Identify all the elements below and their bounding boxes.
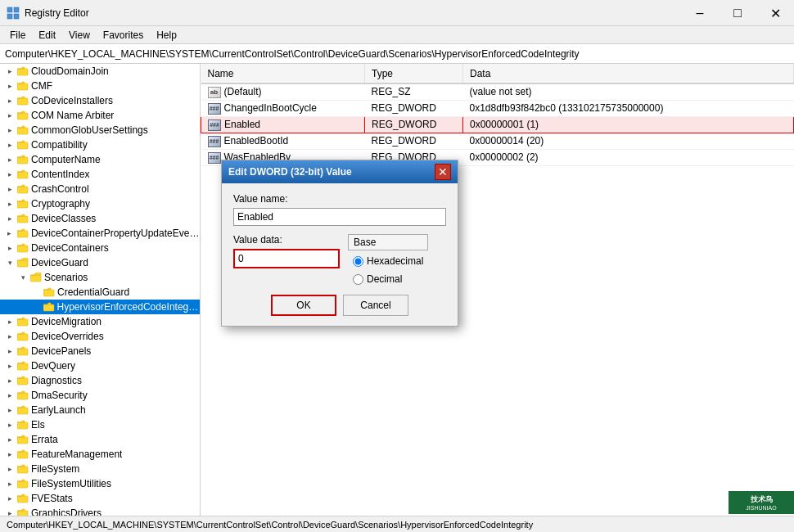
expand-icon-Els[interactable]: ▸ — [3, 418, 16, 431]
tree-item-Diagnostics[interactable]: ▸ Diagnostics — [0, 373, 200, 388]
expand-icon-Compatibility[interactable]: ▸ — [3, 138, 16, 151]
svg-rect-29 — [17, 437, 28, 444]
tree-item-DeviceOverrides[interactable]: ▸ DeviceOverrides — [0, 329, 200, 344]
expand-icon-DevQuery[interactable]: ▸ — [3, 359, 16, 372]
tree-item-Errata[interactable]: ▸ Errata — [0, 432, 200, 447]
cell-data-2: 0x00000001 (1) — [463, 116, 794, 133]
tree-item-FileSystem[interactable]: ▸ FileSystem — [0, 462, 200, 476]
value-data-input[interactable] — [233, 249, 340, 268]
expand-icon-Cryptography[interactable]: ▸ — [3, 197, 16, 210]
tree-item-CredentialGuard[interactable]: CredentialGuard — [0, 285, 200, 300]
tree-label-FileSystem: FileSystem — [31, 463, 79, 475]
hexadecimal-radio-label[interactable]: Hexadecimal — [348, 254, 428, 268]
expand-icon-ContentIndex[interactable]: ▸ — [3, 168, 16, 181]
tree-item-DeviceGuard[interactable]: ▾ DeviceGuard — [0, 255, 200, 270]
tree-item-CommonGlobUserSettings[interactable]: ▸ CommonGlobUserSettings — [0, 123, 200, 138]
expand-icon-CoDeviceInstallers[interactable]: ▸ — [3, 94, 16, 107]
tree-item-DeviceClasses[interactable]: ▸ DeviceClasses — [0, 211, 200, 226]
tree-label-ComputerName: ComputerName — [31, 154, 101, 165]
tree-item-FileSystemUtilities[interactable]: ▸ FileSystemUtilities — [0, 476, 200, 491]
tree-item-CloudDomainJoin[interactable]: ▸ CloudDomainJoin — [0, 64, 200, 79]
tree-item-GraphicsDrivers[interactable]: ▸ GraphicsDrivers — [0, 506, 200, 516]
folder-icon-FVEStats — [16, 492, 29, 505]
expand-icon-CommonGlobUserSettings[interactable]: ▸ — [3, 124, 16, 137]
tree-label-Scenarios: Scenarios — [44, 272, 88, 283]
expand-icon-DeviceOverrides[interactable]: ▸ — [3, 330, 16, 343]
tree-item-DeviceContainerPropertyUpdateEvents[interactable]: ▸ DeviceContainerPropertyUpdateEvents — [0, 226, 200, 241]
menu-view[interactable]: View — [62, 28, 97, 43]
expand-icon-CMF[interactable]: ▸ — [3, 79, 16, 92]
tree-item-ContentIndex[interactable]: ▸ ContentIndex — [0, 167, 200, 182]
table-row[interactable]: ab(Default)REG_SZ(value not set) — [201, 83, 794, 100]
folder-icon-CMF — [16, 79, 29, 92]
cancel-button[interactable]: Cancel — [343, 295, 408, 316]
expand-icon-DevicePanels[interactable]: ▸ — [3, 345, 16, 358]
expand-icon-DeviceClasses[interactable]: ▸ — [3, 212, 16, 225]
tree-item-CoDeviceInstallers[interactable]: ▸ CoDeviceInstallers — [0, 93, 200, 108]
svg-rect-0 — [7, 7, 12, 12]
expand-icon-EarlyLaunch[interactable]: ▸ — [3, 404, 16, 417]
tree-item-Scenarios[interactable]: ▾ Scenarios — [0, 270, 200, 285]
menu-file[interactable]: File — [3, 28, 32, 43]
decimal-radio[interactable] — [353, 274, 363, 285]
expand-icon-GraphicsDrivers[interactable]: ▸ — [3, 507, 16, 516]
expand-icon-DmaSecurity[interactable]: ▸ — [3, 389, 16, 402]
table-row[interactable]: ###EnabledREG_DWORD0x00000001 (1) — [201, 116, 794, 133]
svg-rect-28 — [17, 422, 28, 429]
tree-label-Errata: Errata — [31, 434, 58, 445]
dialog-close-button[interactable]: ✕ — [435, 164, 451, 180]
tree-item-HypervisorEnforcedCodeIntegrity[interactable]: HypervisorEnforcedCodeIntegrity — [0, 300, 200, 314]
expand-icon-FVEStats[interactable]: ▸ — [3, 492, 16, 505]
expand-icon-Errata[interactable]: ▸ — [3, 433, 16, 446]
menu-favorites[interactable]: Favorites — [97, 28, 150, 43]
expand-icon-DeviceGuard[interactable]: ▾ — [3, 256, 16, 269]
tree-panel[interactable]: ▸ CloudDomainJoin▸ CMF▸ CoDeviceInstalle… — [0, 64, 201, 516]
tree-item-CrashControl[interactable]: ▸ CrashControl — [0, 182, 200, 196]
expand-icon-COMNameArbiter[interactable]: ▸ — [3, 109, 16, 122]
expand-icon-DeviceContainerPropertyUpdateEvents[interactable]: ▸ — [3, 227, 16, 240]
table-row[interactable]: ###ChangedInBootCycleREG_DWORD0x1d8dfb93… — [201, 100, 794, 116]
tree-item-ComputerName[interactable]: ▸ ComputerName — [0, 152, 200, 167]
tree-label-DeviceOverrides: DeviceOverrides — [31, 331, 104, 342]
tree-item-DeviceContainers[interactable]: ▸ DeviceContainers — [0, 241, 200, 255]
expand-icon-FeatureManagement[interactable]: ▸ — [3, 448, 16, 461]
expand-icon-FileSystem[interactable]: ▸ — [3, 462, 16, 476]
expand-icon-Diagnostics[interactable]: ▸ — [3, 374, 16, 387]
value-name-input[interactable] — [233, 208, 446, 226]
tree-item-EarlyLaunch[interactable]: ▸ EarlyLaunch — [0, 403, 200, 417]
tree-item-DeviceMigration[interactable]: ▸ DeviceMigration — [0, 314, 200, 329]
close-button[interactable]: ✕ — [756, 0, 794, 26]
tree-item-CMF[interactable]: ▸ CMF — [0, 79, 200, 93]
menu-edit[interactable]: Edit — [32, 28, 62, 43]
folder-icon-ComputerName — [16, 153, 29, 166]
expand-icon-HypervisorEnforcedCodeIntegrity[interactable] — [29, 300, 43, 313]
minimize-button[interactable]: – — [681, 0, 719, 26]
svg-rect-13 — [17, 201, 28, 208]
table-row[interactable]: ###EnabledBootIdREG_DWORD0x00000014 (20) — [201, 133, 794, 149]
hexadecimal-radio[interactable] — [353, 256, 363, 267]
tree-item-DevicePanels[interactable]: ▸ DevicePanels — [0, 344, 200, 358]
expand-icon-ComputerName[interactable]: ▸ — [3, 153, 16, 166]
ok-button[interactable]: OK — [271, 295, 336, 316]
tree-item-COMNameArbiter[interactable]: ▸ COM Name Arbiter — [0, 108, 200, 123]
tree-item-FeatureManagement[interactable]: ▸ FeatureManagement — [0, 447, 200, 462]
expand-icon-Scenarios[interactable]: ▾ — [16, 271, 29, 284]
expand-icon-DeviceContainers[interactable]: ▸ — [3, 241, 16, 255]
tree-label-FeatureManagement: FeatureManagement — [31, 449, 122, 460]
expand-icon-CredentialGuard[interactable] — [29, 286, 43, 299]
expand-icon-DeviceMigration[interactable]: ▸ — [3, 315, 16, 328]
folder-icon-DeviceGuard — [16, 256, 29, 269]
svg-rect-30 — [17, 452, 28, 458]
expand-icon-CrashControl[interactable]: ▸ — [3, 183, 16, 196]
tree-item-Els[interactable]: ▸ Els — [0, 417, 200, 432]
tree-item-Cryptography[interactable]: ▸ Cryptography — [0, 196, 200, 211]
menu-help[interactable]: Help — [150, 28, 183, 43]
decimal-radio-label[interactable]: Decimal — [348, 272, 428, 286]
tree-item-DevQuery[interactable]: ▸ DevQuery — [0, 358, 200, 373]
expand-icon-CloudDomainJoin[interactable]: ▸ — [3, 65, 16, 78]
tree-item-FVEStats[interactable]: ▸ FVEStats — [0, 491, 200, 506]
tree-item-Compatibility[interactable]: ▸ Compatibility — [0, 138, 200, 152]
maximize-button[interactable]: □ — [719, 0, 756, 26]
expand-icon-FileSystemUtilities[interactable]: ▸ — [3, 477, 16, 490]
tree-item-DmaSecurity[interactable]: ▸ DmaSecurity — [0, 388, 200, 403]
